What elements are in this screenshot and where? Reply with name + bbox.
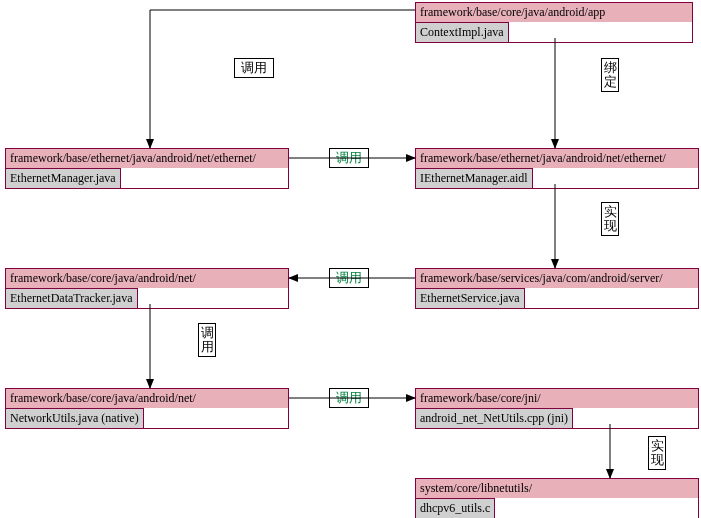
edge-label-datatracker-to-networkutils: 调用 xyxy=(198,323,216,357)
node-ethernet-manager-path: framework/base/ethernet/java/android/net… xyxy=(6,149,288,168)
arrows-layer xyxy=(0,0,701,518)
node-ethernet-service: framework/base/services/java/com/android… xyxy=(415,268,699,309)
node-jni-file: android_net_NetUtils.cpp (jni) xyxy=(416,408,573,428)
edge-label-app-to-ethernetmgr: 调用 xyxy=(234,58,274,78)
node-network-utils-file: NetworkUtils.java (native) xyxy=(6,408,144,428)
node-libnetutils-path: system/core/libnetutils/ xyxy=(416,479,698,498)
node-app-file: ContextImpl.java xyxy=(416,22,509,42)
node-iethernet-manager-file: IEthernetManager.aidl xyxy=(416,168,533,188)
edge-label-service-to-datatracker: 调用 xyxy=(329,268,369,288)
edge-label-networkutils-to-jni: 调用 xyxy=(329,388,369,408)
edge-label-jni-to-libnetutils: 实现 xyxy=(648,436,666,470)
node-data-tracker-path: framework/base/core/java/android/net/ xyxy=(6,269,288,288)
node-app-path: framework/base/core/java/android/app xyxy=(416,3,692,22)
node-ethernet-manager-file: EthernetManager.java xyxy=(6,168,121,188)
node-libnetutils: system/core/libnetutils/ dhcpv6_utils.c xyxy=(415,478,699,518)
node-ethernet-service-file: EthernetService.java xyxy=(416,288,525,308)
node-data-tracker-file: EthernetDataTracker.java xyxy=(6,288,138,308)
node-libnetutils-file: dhcpv6_utils.c xyxy=(416,498,495,518)
node-network-utils: framework/base/core/java/android/net/ Ne… xyxy=(5,388,289,429)
node-iethernet-manager: framework/base/ethernet/java/android/net… xyxy=(415,148,699,189)
edge-label-ethernetmgr-to-iethernetmgr: 调用 xyxy=(329,148,369,168)
node-iethernet-manager-path: framework/base/ethernet/java/android/net… xyxy=(416,149,698,168)
node-data-tracker: framework/base/core/java/android/net/ Et… xyxy=(5,268,289,309)
node-jni-path: framework/base/core/jni/ xyxy=(416,389,698,408)
node-ethernet-manager: framework/base/ethernet/java/android/net… xyxy=(5,148,289,189)
node-network-utils-path: framework/base/core/java/android/net/ xyxy=(6,389,288,408)
node-jni: framework/base/core/jni/ android_net_Net… xyxy=(415,388,699,429)
edge-label-app-to-iethernetmgr: 绑定 xyxy=(601,58,619,92)
node-ethernet-service-path: framework/base/services/java/com/android… xyxy=(416,269,698,288)
node-app: framework/base/core/java/android/app Con… xyxy=(415,2,693,43)
edge-label-iethernetmgr-to-service: 实现 xyxy=(601,202,619,236)
